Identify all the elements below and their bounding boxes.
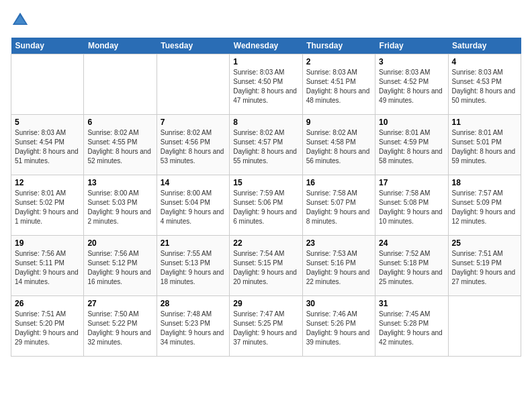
day-number: 31 xyxy=(379,299,444,308)
day-info: Sunrise: 7:47 AM Sunset: 5:25 PM Dayligh… xyxy=(233,310,298,347)
day-info: Sunrise: 7:46 AM Sunset: 5:26 PM Dayligh… xyxy=(306,310,371,347)
day-number: 11 xyxy=(452,118,517,127)
calendar-day-cell: 25Sunrise: 7:51 AM Sunset: 5:19 PM Dayli… xyxy=(448,236,521,296)
day-info: Sunrise: 7:50 AM Sunset: 5:22 PM Dayligh… xyxy=(87,310,152,347)
day-info: Sunrise: 7:51 AM Sunset: 5:19 PM Dayligh… xyxy=(452,249,517,287)
weekday-header: Tuesday xyxy=(157,38,229,54)
day-number: 5 xyxy=(15,118,80,127)
day-number: 12 xyxy=(15,178,80,187)
day-number: 7 xyxy=(161,118,226,127)
calendar-day-cell: 27Sunrise: 7:50 AM Sunset: 5:22 PM Dayli… xyxy=(84,296,157,357)
calendar-day-cell: 14Sunrise: 8:00 AM Sunset: 5:04 PM Dayli… xyxy=(157,175,229,236)
calendar-day-cell: 9Sunrise: 8:02 AM Sunset: 4:58 PM Daylig… xyxy=(302,115,375,175)
calendar-day-cell: 15Sunrise: 7:59 AM Sunset: 5:06 PM Dayli… xyxy=(230,175,302,236)
day-info: Sunrise: 7:58 AM Sunset: 5:08 PM Dayligh… xyxy=(379,189,444,226)
day-number: 27 xyxy=(87,299,152,308)
calendar-day-cell: 11Sunrise: 8:01 AM Sunset: 5:01 PM Dayli… xyxy=(448,115,521,175)
weekday-header: Wednesday xyxy=(230,38,302,54)
calendar-day-cell: 13Sunrise: 8:00 AM Sunset: 5:03 PM Dayli… xyxy=(84,175,157,236)
day-info: Sunrise: 8:01 AM Sunset: 5:02 PM Dayligh… xyxy=(15,189,80,226)
day-info: Sunrise: 8:02 AM Sunset: 4:56 PM Dayligh… xyxy=(161,128,226,166)
day-number: 22 xyxy=(233,238,298,248)
day-info: Sunrise: 7:48 AM Sunset: 5:23 PM Dayligh… xyxy=(161,310,226,347)
day-number: 15 xyxy=(233,178,298,187)
calendar-day-cell: 10Sunrise: 8:01 AM Sunset: 4:59 PM Dayli… xyxy=(375,115,448,175)
page-header xyxy=(11,11,521,30)
day-number: 16 xyxy=(306,178,371,187)
weekday-header: Sunday xyxy=(11,38,84,54)
day-info: Sunrise: 8:00 AM Sunset: 5:04 PM Dayligh… xyxy=(161,189,226,226)
logo xyxy=(11,11,32,30)
day-info: Sunrise: 8:03 AM Sunset: 4:50 PM Dayligh… xyxy=(233,68,298,105)
day-number: 23 xyxy=(306,238,371,248)
day-number: 4 xyxy=(452,57,517,66)
calendar-day-cell: 30Sunrise: 7:46 AM Sunset: 5:26 PM Dayli… xyxy=(302,296,375,357)
calendar-week-row: 12Sunrise: 8:01 AM Sunset: 5:02 PM Dayli… xyxy=(11,175,521,236)
day-number: 28 xyxy=(161,299,226,308)
calendar-day-cell xyxy=(84,54,157,115)
calendar-week-row: 5Sunrise: 8:03 AM Sunset: 4:54 PM Daylig… xyxy=(11,115,521,175)
day-info: Sunrise: 7:53 AM Sunset: 5:16 PM Dayligh… xyxy=(306,249,371,287)
day-number: 6 xyxy=(87,118,152,127)
calendar-day-cell: 29Sunrise: 7:47 AM Sunset: 5:25 PM Dayli… xyxy=(230,296,302,357)
day-number: 30 xyxy=(306,299,371,308)
day-number: 25 xyxy=(452,238,517,248)
day-number: 2 xyxy=(306,57,371,66)
day-info: Sunrise: 7:58 AM Sunset: 5:07 PM Dayligh… xyxy=(306,189,371,226)
calendar-day-cell: 5Sunrise: 8:03 AM Sunset: 4:54 PM Daylig… xyxy=(11,115,84,175)
day-info: Sunrise: 8:03 AM Sunset: 4:51 PM Dayligh… xyxy=(306,68,371,105)
calendar-body: 1Sunrise: 8:03 AM Sunset: 4:50 PM Daylig… xyxy=(11,54,521,357)
calendar-day-cell: 31Sunrise: 7:45 AM Sunset: 5:28 PM Dayli… xyxy=(375,296,448,357)
day-info: Sunrise: 7:54 AM Sunset: 5:15 PM Dayligh… xyxy=(233,249,298,287)
calendar-day-cell: 3Sunrise: 8:03 AM Sunset: 4:52 PM Daylig… xyxy=(375,54,448,115)
day-info: Sunrise: 7:51 AM Sunset: 5:20 PM Dayligh… xyxy=(15,310,80,347)
day-number: 14 xyxy=(161,178,226,187)
calendar-day-cell: 12Sunrise: 8:01 AM Sunset: 5:02 PM Dayli… xyxy=(11,175,84,236)
day-info: Sunrise: 7:52 AM Sunset: 5:18 PM Dayligh… xyxy=(379,249,444,287)
day-info: Sunrise: 8:02 AM Sunset: 4:57 PM Dayligh… xyxy=(233,128,298,166)
calendar-day-cell: 22Sunrise: 7:54 AM Sunset: 5:15 PM Dayli… xyxy=(230,236,302,296)
calendar-day-cell: 26Sunrise: 7:51 AM Sunset: 5:20 PM Dayli… xyxy=(11,296,84,357)
day-info: Sunrise: 8:01 AM Sunset: 5:01 PM Dayligh… xyxy=(452,128,517,166)
weekday-header: Monday xyxy=(84,38,157,54)
day-number: 17 xyxy=(379,178,444,187)
day-number: 19 xyxy=(15,238,80,248)
day-number: 1 xyxy=(233,57,298,66)
calendar-day-cell: 16Sunrise: 7:58 AM Sunset: 5:07 PM Dayli… xyxy=(302,175,375,236)
day-info: Sunrise: 8:02 AM Sunset: 4:55 PM Dayligh… xyxy=(87,128,152,166)
day-number: 13 xyxy=(87,178,152,187)
day-info: Sunrise: 8:00 AM Sunset: 5:03 PM Dayligh… xyxy=(87,189,152,226)
calendar-day-cell: 17Sunrise: 7:58 AM Sunset: 5:08 PM Dayli… xyxy=(375,175,448,236)
calendar-day-cell: 2Sunrise: 8:03 AM Sunset: 4:51 PM Daylig… xyxy=(302,54,375,115)
calendar-table: SundayMondayTuesdayWednesdayThursdayFrid… xyxy=(11,38,521,357)
weekday-header: Thursday xyxy=(302,38,375,54)
day-number: 26 xyxy=(15,299,80,308)
day-number: 29 xyxy=(233,299,298,308)
day-number: 10 xyxy=(379,118,444,127)
day-number: 18 xyxy=(452,178,517,187)
day-info: Sunrise: 7:56 AM Sunset: 5:12 PM Dayligh… xyxy=(87,249,152,287)
day-number: 8 xyxy=(233,118,298,127)
day-info: Sunrise: 7:45 AM Sunset: 5:28 PM Dayligh… xyxy=(379,310,444,347)
calendar-week-row: 1Sunrise: 8:03 AM Sunset: 4:50 PM Daylig… xyxy=(11,54,521,115)
calendar-day-cell: 28Sunrise: 7:48 AM Sunset: 5:23 PM Dayli… xyxy=(157,296,229,357)
calendar-day-cell: 8Sunrise: 8:02 AM Sunset: 4:57 PM Daylig… xyxy=(230,115,302,175)
calendar-day-cell: 18Sunrise: 7:57 AM Sunset: 5:09 PM Dayli… xyxy=(448,175,521,236)
weekday-header: Friday xyxy=(375,38,448,54)
day-number: 20 xyxy=(87,238,152,248)
calendar-day-cell: 4Sunrise: 8:03 AM Sunset: 4:53 PM Daylig… xyxy=(448,54,521,115)
calendar-header: SundayMondayTuesdayWednesdayThursdayFrid… xyxy=(11,38,521,54)
calendar-day-cell: 19Sunrise: 7:56 AM Sunset: 5:11 PM Dayli… xyxy=(11,236,84,296)
calendar-day-cell: 23Sunrise: 7:53 AM Sunset: 5:16 PM Dayli… xyxy=(302,236,375,296)
day-info: Sunrise: 7:56 AM Sunset: 5:11 PM Dayligh… xyxy=(15,249,80,287)
day-info: Sunrise: 8:01 AM Sunset: 4:59 PM Dayligh… xyxy=(379,128,444,166)
calendar-day-cell: 7Sunrise: 8:02 AM Sunset: 4:56 PM Daylig… xyxy=(157,115,229,175)
calendar-day-cell: 6Sunrise: 8:02 AM Sunset: 4:55 PM Daylig… xyxy=(84,115,157,175)
calendar-day-cell: 24Sunrise: 7:52 AM Sunset: 5:18 PM Dayli… xyxy=(375,236,448,296)
calendar-week-row: 26Sunrise: 7:51 AM Sunset: 5:20 PM Dayli… xyxy=(11,296,521,357)
day-info: Sunrise: 8:03 AM Sunset: 4:54 PM Dayligh… xyxy=(15,128,80,166)
day-number: 24 xyxy=(379,238,444,248)
day-info: Sunrise: 7:59 AM Sunset: 5:06 PM Dayligh… xyxy=(233,189,298,226)
calendar-day-cell xyxy=(157,54,229,115)
calendar-day-cell xyxy=(448,296,521,357)
